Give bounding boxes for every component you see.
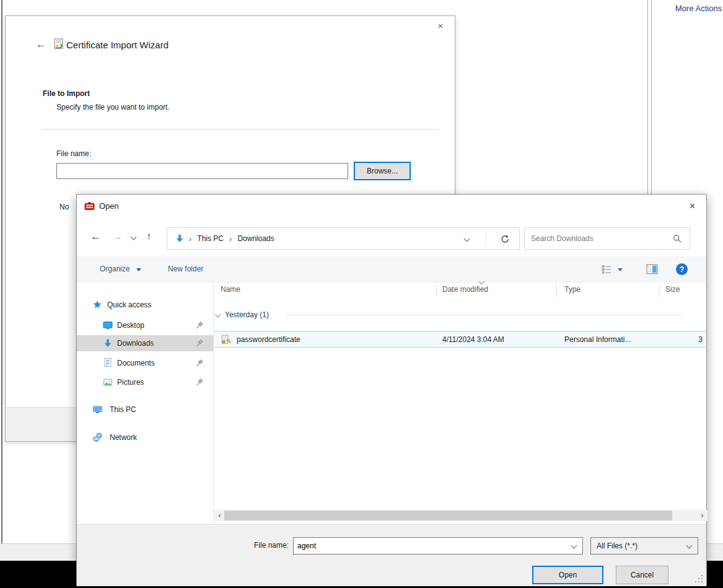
chevron-down-icon: [686, 543, 693, 549]
sidebar-item-quick-access[interactable]: Quick access: [77, 297, 214, 313]
column-divider[interactable]: [659, 284, 659, 297]
file-type-select[interactable]: All Files (*.*): [590, 537, 698, 555]
close-icon: ×: [438, 20, 444, 31]
wizard-file-name-input[interactable]: [56, 163, 348, 179]
open-button[interactable]: Open: [532, 566, 603, 584]
details-view-icon[interactable]: [602, 265, 611, 274]
breadcrumb-downloads[interactable]: Downloads: [236, 234, 275, 243]
search-box: [524, 227, 690, 250]
browse-button[interactable]: Browse...: [354, 162, 411, 180]
svg-text:?: ?: [679, 265, 684, 274]
sidebar-item-desktop[interactable]: Desktop: [77, 317, 214, 333]
file-row[interactable]: passwordcertificate 4/11/2024 3:04 AM Pe…: [214, 331, 705, 348]
nav-history-chevron-icon[interactable]: [131, 234, 137, 240]
scroll-right-arrow-icon[interactable]: ›: [697, 510, 708, 521]
sidebar-item-downloads[interactable]: Downloads: [77, 335, 214, 351]
open-dialog-footer: File name: All Files (*.*) Open Cancel: [77, 524, 706, 586]
column-header-name[interactable]: Name: [221, 285, 240, 294]
downloads-folder-icon: [103, 338, 113, 348]
new-folder-button[interactable]: New folder: [168, 265, 203, 273]
command-toolbar: Organize New folder: [77, 257, 706, 283]
horizontal-scrollbar[interactable]: ‹ ›: [214, 510, 708, 521]
quick-access-star-icon: [92, 300, 102, 310]
column-header-type[interactable]: Type: [564, 285, 581, 294]
up-arrow-icon: ↑: [146, 230, 152, 242]
address-bar[interactable]: › This PC › Downloads: [167, 227, 520, 250]
column-divider[interactable]: [556, 284, 557, 297]
downloads-folder-icon: [175, 234, 185, 244]
nav-up-button[interactable]: ↑: [146, 230, 152, 243]
nav-forward-button[interactable]: →: [112, 230, 123, 243]
sidebar-item-pictures[interactable]: Pictures: [77, 374, 214, 390]
screenshot-root: More Actions × ← Certificate Import Wiza…: [0, 0, 723, 588]
sidebar-item-network[interactable]: Network: [77, 429, 214, 445]
sidebar-item-documents[interactable]: Documents: [77, 355, 214, 371]
help-icon[interactable]: ?: [675, 263, 688, 276]
certificate-wizard-icon: [53, 38, 64, 50]
refresh-button[interactable]: [492, 231, 518, 247]
sidebar-item-label: Pictures: [117, 374, 144, 390]
cancel-button[interactable]: Cancel: [616, 566, 668, 584]
sidebar-item-label: Desktop: [117, 317, 144, 333]
breadcrumb-this-pc[interactable]: This PC: [196, 234, 225, 243]
navigation-bar: ← → ↑ › This PC › Downloads: [77, 218, 706, 257]
organize-button[interactable]: Organize: [100, 265, 141, 273]
file-type-value: All Files (*.*): [597, 542, 638, 550]
organize-label: Organize: [100, 265, 130, 273]
pin-icon: [196, 359, 203, 367]
open-file-dialog: Open × ← → ↑ › This PC: [76, 194, 707, 586]
actions-pane-divider[interactable]: [647, 0, 652, 194]
breadcrumb-separator-icon: ›: [225, 234, 236, 244]
open-dialog-titlebar[interactable]: Open ×: [77, 195, 706, 218]
back-arrow-icon: ←: [90, 230, 101, 242]
address-dropdown-chevron-icon[interactable]: [464, 236, 470, 242]
scroll-left-arrow-icon[interactable]: ‹: [214, 510, 225, 521]
sidebar-item-label: This PC: [110, 402, 136, 418]
pin-icon: [196, 379, 203, 386]
pin-icon: [196, 340, 203, 347]
view-dropdown-triangle-icon[interactable]: [618, 268, 623, 271]
documents-icon: [103, 358, 113, 367]
this-pc-icon: [92, 405, 103, 415]
file-date-modified: 4/11/2024 3:04 AM: [442, 335, 504, 344]
scrollbar-thumb[interactable]: [224, 511, 672, 520]
search-icon[interactable]: [673, 234, 682, 244]
pfx-certificate-file-icon: [221, 335, 231, 345]
wizard-file-name-label: File name:: [56, 149, 91, 158]
file-name-label: File name:: [238, 541, 289, 550]
console-window-border: [1, 0, 2, 561]
wizard-title: Certificate Import Wizard: [66, 40, 169, 50]
file-name: passwordcertificate: [237, 335, 300, 344]
resize-grip[interactable]: [701, 575, 703, 576]
wizard-separator: [42, 129, 438, 129]
preview-pane-icon[interactable]: [646, 264, 658, 274]
open-dialog-close-button[interactable]: ×: [678, 195, 706, 218]
sidebar-item-label: Documents: [117, 355, 155, 371]
nav-back-button[interactable]: ←: [90, 230, 101, 243]
sidebar-item-label: Quick access: [107, 297, 151, 313]
dropdown-triangle-icon: [136, 268, 141, 271]
wizard-close-button[interactable]: ×: [431, 19, 450, 33]
refresh-icon: [500, 234, 510, 244]
column-header-date-modified[interactable]: Date modified: [442, 285, 488, 294]
column-header-size[interactable]: Size: [665, 285, 680, 294]
sidebar-item-label: Downloads: [117, 335, 154, 351]
wizard-section-title: File to Import: [43, 89, 90, 98]
more-actions-label[interactable]: More Actions: [675, 4, 723, 13]
chevron-down-icon[interactable]: [571, 543, 577, 549]
file-type: Personal Informati...: [564, 335, 631, 344]
pin-icon: [196, 322, 203, 329]
network-icon: [92, 432, 103, 442]
column-divider[interactable]: [436, 284, 437, 297]
desktop-icon: [103, 320, 113, 330]
navigation-sidebar: Quick access Desktop: [77, 283, 214, 524]
sidebar-item-this-pc[interactable]: This PC: [77, 402, 214, 418]
back-arrow-icon: ←: [35, 38, 46, 50]
wizard-back-button[interactable]: ←: [33, 38, 49, 51]
search-input[interactable]: [531, 229, 667, 248]
breadcrumb-separator-icon: ›: [185, 234, 196, 244]
group-header-label[interactable]: Yesterday (1): [225, 310, 269, 319]
file-name-input[interactable]: [297, 538, 558, 553]
sidebar-item-label: Network: [110, 429, 137, 445]
new-folder-label: New folder: [168, 265, 203, 273]
